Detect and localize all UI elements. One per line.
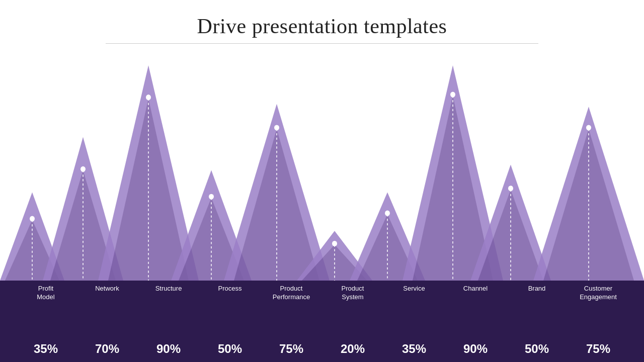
pct-brand: 50% [508,342,566,356]
category-customer-engagement: CustomerEngagement [570,285,627,302]
category-label: ProfitModel [37,285,54,302]
category-brand: Brand [508,285,566,302]
svg-point-13 [385,211,390,216]
category-label: Service [403,285,425,302]
pct-structure: 90% [140,342,198,356]
category-label: CustomerEngagement [580,285,617,302]
svg-point-17 [508,186,513,191]
percentages-bar: 35% 70% 90% 50% 75% 20% 35% 90% 50% 75% [0,336,644,362]
labels-bar: ProfitModel Network Structure Process Pr… [0,281,644,336]
mountains-svg [0,49,644,281]
category-structure: Structure [140,285,198,302]
svg-point-1 [30,216,35,222]
svg-point-9 [274,125,279,130]
category-label: Structure [155,285,182,302]
pct-service: 35% [385,342,443,356]
category-label: Process [218,285,242,302]
category-channel: Channel [447,285,505,302]
page: Drive presentation templates [0,0,644,362]
category-label: Brand [528,285,546,302]
pct-product-system: 20% [324,342,382,356]
category-label: Channel [463,285,488,302]
pct-channel: 90% [447,342,505,356]
svg-point-7 [209,194,214,200]
category-label: ProductPerformance [273,285,310,302]
title-divider [106,43,538,44]
bottom-section: ProfitModel Network Structure Process Pr… [0,281,644,362]
pct-process: 50% [201,342,259,356]
category-service: Service [385,285,443,302]
svg-point-5 [146,95,151,100]
svg-point-19 [586,125,591,130]
category-label: Network [95,285,119,302]
category-product-performance: ProductPerformance [263,285,320,302]
category-network: Network [78,285,136,302]
page-title: Drive presentation templates [0,14,644,38]
category-process: Process [201,285,259,302]
svg-point-15 [450,92,455,98]
mountains-container [0,49,644,281]
svg-point-11 [332,241,337,246]
category-profit-model: ProfitModel [17,285,75,302]
pct-customer-engagement: 75% [570,342,627,356]
title-section: Drive presentation templates [0,0,644,49]
category-label: ProductSystem [342,285,364,302]
pct-product-performance: 75% [263,342,320,356]
chart-area: ProfitModel Network Structure Process Pr… [0,49,644,362]
svg-point-3 [80,166,86,172]
pct-network: 70% [78,342,136,356]
pct-profit-model: 35% [17,342,75,356]
category-product-system: ProductSystem [324,285,382,302]
